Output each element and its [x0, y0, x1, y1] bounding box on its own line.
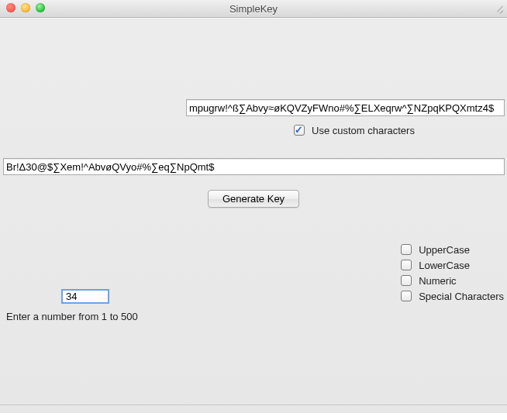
window-title: SimpleKey	[0, 3, 507, 15]
minimize-icon[interactable]	[21, 3, 30, 12]
length-hint: Enter a number from 1 to 500	[6, 311, 138, 322]
generate-key-button[interactable]: Generate Key	[208, 190, 299, 208]
generated-key-output[interactable]	[3, 158, 505, 175]
character-options: UpperCase LowerCase Numeric Special Char…	[398, 243, 504, 303]
custom-characters-input[interactable]	[186, 99, 505, 116]
window-controls	[6, 3, 45, 12]
lowercase-checkbox[interactable]	[401, 260, 412, 270]
use-custom-characters-label: Use custom characters	[312, 125, 415, 136]
resize-icon[interactable]	[493, 3, 504, 14]
lowercase-label: LowerCase	[419, 260, 470, 271]
special-characters-checkbox[interactable]	[401, 291, 412, 301]
footer-separator	[0, 405, 507, 405]
content-area: Use custom characters Generate Key Upper…	[0, 18, 507, 420]
uppercase-checkbox[interactable]	[401, 244, 412, 255]
special-characters-label: Special Characters	[419, 291, 504, 302]
title-bar: SimpleKey	[0, 0, 507, 18]
close-icon[interactable]	[6, 3, 16, 12]
uppercase-label: UpperCase	[419, 244, 470, 256]
numeric-checkbox[interactable]	[401, 275, 412, 286]
length-input[interactable]	[61, 289, 109, 304]
use-custom-characters-checkbox[interactable]	[294, 125, 305, 136]
zoom-icon[interactable]	[36, 3, 45, 12]
numeric-label: Numeric	[419, 275, 456, 287]
